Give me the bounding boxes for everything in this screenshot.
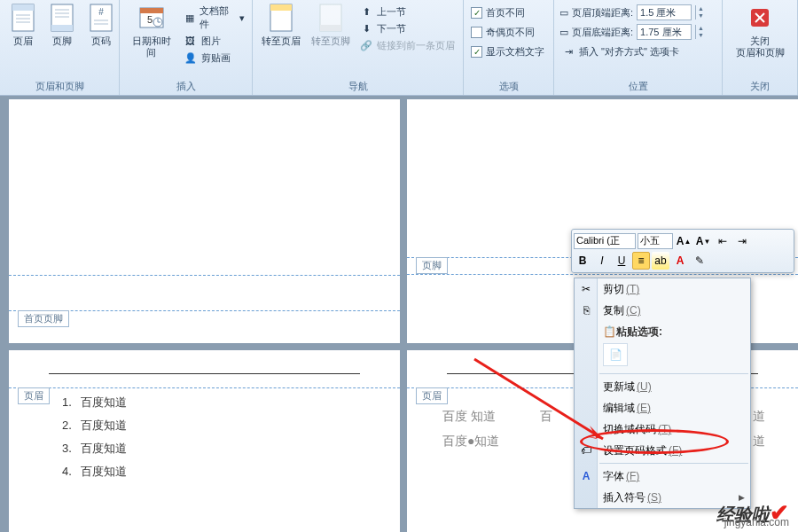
group-options: 首页不同 奇偶页不同 显示文档文字 选项 [464,0,554,95]
header-distance-row: ▭ 页眉顶端距离: 1.5 厘米 ▲▼ [559,4,706,20]
svg-rect-21 [270,4,292,11]
group-label: 导航 [258,78,458,95]
faded-text: 道 [753,409,765,425]
show-text-checkbox[interactable]: 显示文档文字 [469,44,546,59]
down-icon: ⬇ [359,21,373,35]
svg-rect-23 [320,25,341,31]
bold-button[interactable]: B [574,252,591,270]
align-center-button[interactable]: ≡ [632,252,650,270]
faded-text: 道 [753,434,765,450]
context-menu: ✂剪切(T) ⎘复制(C) 📋粘贴选项: 📄 更新域(U) 编辑域(E) 切换域… [574,278,751,509]
footer-dist-icon: ▭ [559,27,568,38]
clipboard-icon: 📋 [603,325,616,338]
copy-icon: ⎘ [578,302,594,318]
header-distance-input[interactable]: 1.5 厘米 [637,4,692,20]
group-position: ▭ 页眉顶端距离: 1.5 厘米 ▲▼ ▭ 页眉底端距离: 1.75 厘米 ▲▼… [554,0,723,95]
menu-format-page-number[interactable]: 🏷设置页码格式(F) [575,440,750,461]
group-label: 关闭 [728,78,792,95]
up-icon: ⬆ [359,4,373,19]
footer-icon [48,4,76,32]
menu-font[interactable]: A字体(F) [575,466,750,487]
svg-rect-15 [140,8,163,13]
paste-options-header: 📋粘贴选项: [575,321,750,341]
calendar-icon: 5 [137,4,166,32]
group-label: 页眉和页脚 [5,78,113,95]
spinner[interactable]: ▲▼ [695,5,706,20]
menu-edit-field[interactable]: 编辑域(E) [575,397,750,419]
scissors-icon: ✂ [578,281,594,297]
group-close: 关闭页眉和页脚 关闭 [723,0,798,95]
goto-header-button[interactable]: 转至页眉 [258,2,304,49]
group-nav: 转至页眉 转至页脚 ⬆上一节 ⬇下一节 🔗链接到前一条页眉 导航 [253,0,464,95]
pagenum-icon: # [87,4,115,32]
group-header-footer: 页眉 页脚 # 页码 页眉和页脚 [0,0,120,95]
datetime-button[interactable]: 5 日期和时间 [125,2,178,60]
clipart-button[interactable]: 👤剪贴画 [182,50,246,66]
parts-icon: ▦ [184,11,197,25]
next-section-button[interactable]: ⬇下一节 [357,20,457,36]
increase-indent-button[interactable]: ⇥ [733,232,751,250]
faded-text: 百度 知道 [442,409,496,425]
spinner[interactable]: ▲▼ [695,25,706,39]
header-rule [49,373,360,374]
group-label: 插入 [125,78,246,95]
group-label: 选项 [469,78,548,95]
menu-toggle-field-code[interactable]: 切换域代码(T) [575,419,750,440]
font-combo[interactable]: Calibri (正 [574,233,636,249]
footer-button[interactable]: 页脚 [44,2,80,49]
diff-first-checkbox[interactable]: 首页不同 [469,5,546,20]
pagenum-button[interactable]: # 页码 [83,2,119,49]
paste-options: 📄 [575,341,750,372]
footer-tab: 页脚 [416,257,448,274]
header-dist-icon: ▭ [559,7,568,19]
menu-copy[interactable]: ⎘复制(C) [575,300,750,321]
faded-text: 百 [540,409,552,425]
header-icon [9,4,37,32]
goto-header-icon [267,4,295,32]
checkbox-icon [471,46,482,58]
decrease-indent-button[interactable]: ⇤ [714,232,732,250]
prev-section-button[interactable]: ⬆上一节 [357,4,457,20]
header-tab: 页眉 [18,387,50,404]
watermark: 经验啦✔ jingyanla.com [716,499,789,527]
mini-toolbar: Calibri (正 小五 A▲ A▼ ⇤ ⇥ B I U ≡ ab A ✎ [571,229,794,273]
picture-icon: 🖼 [184,34,198,48]
diff-oddeven-checkbox[interactable]: 奇偶页不同 [469,25,546,40]
close-icon [746,4,774,32]
header-button[interactable]: 页眉 [5,2,41,49]
faded-text: 百度●知道 [442,434,499,450]
align-icon: ⇥ [561,44,575,59]
group-insert: 5 日期和时间 ▦文档部件 ▾ 🖼图片 👤剪贴画 插入 [120,0,253,95]
grow-font-button[interactable]: A▲ [675,232,692,250]
footer-distance-row: ▭ 页眉底端距离: 1.75 厘米 ▲▼ [559,24,706,40]
underline-button[interactable]: U [613,252,630,270]
insert-align-tab-button[interactable]: ⇥插入 "对齐方式" 选项卡 [559,43,706,59]
picture-button[interactable]: 🖼图片 [182,33,246,49]
document-content: 1.百度知道 2.百度知道 3.百度知道 4.百度知道 [62,391,127,483]
fontsize-combo[interactable]: 小五 [638,233,673,249]
menu-update-field[interactable]: 更新域(U) [575,376,750,397]
header-tab: 页眉 [416,387,448,404]
clipart-icon: 👤 [184,51,198,65]
ribbon: 页眉 页脚 # 页码 页眉和页脚 5 日期和时间 [0,0,798,96]
checkbox-icon [471,27,482,38]
format-painter-button[interactable]: ✎ [691,252,708,270]
goto-footer-button[interactable]: 转至页脚 [308,2,354,49]
page-1[interactable]: 首页页脚 [9,99,400,343]
font-color-button[interactable]: A [671,252,689,270]
page-3[interactable]: 页眉 1.百度知道 2.百度知道 3.百度知道 4.百度知道 [9,350,400,532]
footer-distance-input[interactable]: 1.75 厘米 [637,24,692,40]
font-icon: A [578,468,594,484]
shrink-font-button[interactable]: A▼ [694,232,712,250]
svg-text:5: 5 [147,14,153,25]
doc-parts-button[interactable]: ▦文档部件 ▾ [182,4,246,32]
menu-cut[interactable]: ✂剪切(T) [575,278,750,300]
highlight-button[interactable]: ab [652,252,669,270]
italic-button[interactable]: I [593,252,611,270]
group-label: 位置 [559,78,716,95]
svg-rect-1 [12,4,34,11]
close-header-footer-button[interactable]: 关闭页眉和页脚 [732,2,788,60]
goto-footer-icon [317,4,345,32]
paste-keep-source-button[interactable]: 📄 [603,343,628,366]
link-icon: 🔗 [359,38,373,52]
